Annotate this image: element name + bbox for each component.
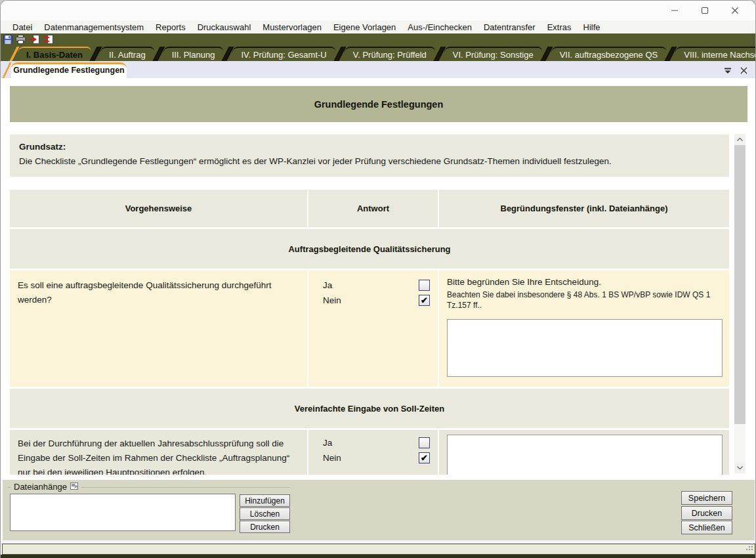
menu-eigene-vorlagen[interactable]: Eigene Vorlagen (327, 22, 402, 32)
tab-planung[interactable]: III. Planung (163, 47, 224, 61)
print-icon[interactable] (16, 35, 26, 44)
reason-cell-qs: Bitte begründen Sie Ihre Entscheidung. B… (439, 270, 729, 387)
minimize-button[interactable] (660, 1, 690, 20)
nein-checkbox[interactable]: ✔ (419, 452, 430, 463)
page-title: Grundlegende Festlegungen (10, 86, 747, 122)
answer-cell-qs: Ja Nein ✔ (308, 270, 438, 387)
checkin-icon[interactable] (29, 35, 39, 44)
tab-pruefung-prueffeld[interactable]: V. Prüfung: Prüffeld (345, 47, 435, 61)
question-cell-soll-zeiten: Bei der Durchführung der aktuellen Jahre… (10, 430, 307, 475)
scrollbar-thumb[interactable] (734, 145, 746, 424)
ja-label: Ja (323, 280, 332, 290)
menu-datentransfer[interactable]: Datentransfer (478, 22, 541, 32)
close-button[interactable] (720, 1, 750, 20)
drucken-attachment-button[interactable]: Drucken (240, 521, 290, 533)
collapse-tablist-icon[interactable] (724, 65, 732, 77)
main-tab-bar: I. Basis-Daten II. Auftrag III. Planung … (1, 45, 755, 61)
question-cell-qs: Es soll eine auftragsbegleitende Qualitä… (10, 270, 307, 387)
nein-label: Nein (323, 453, 341, 463)
speichern-button[interactable]: Speichern (681, 491, 732, 505)
scroll-down-icon[interactable] (734, 462, 746, 473)
attachments-listbox[interactable] (10, 494, 236, 531)
section-heading-soll-zeiten: Vereinfachte Eingabe von Soll-Zeiten (10, 389, 729, 428)
grundsatz-panel: Grundsatz: Die Checkliste „Grundlegende … (10, 135, 729, 177)
tab-pruefung-sonstige[interactable]: VI. Prüfung: Sonstige (444, 47, 542, 61)
menu-hilfe[interactable]: Hilfe (578, 22, 606, 32)
scroll-up-icon[interactable] (734, 134, 746, 145)
menu-reports[interactable]: Reports (150, 22, 192, 32)
menu-datenmanagementsystem[interactable]: Datenmanagementsystem (38, 22, 150, 32)
column-header-vorgehensweise: Vorgehensweise (10, 190, 307, 227)
tab-basis-daten[interactable]: I. Basis-Daten (18, 47, 91, 61)
resize-grip-icon[interactable] (746, 542, 753, 553)
column-header-antwort: Antwort (308, 190, 438, 227)
subtab-grundlegende-festlegungen[interactable]: Grundlegende Festlegungen (11, 62, 127, 78)
attachments-panel: Dateianhänge Hinzufügen Löschen Drucken … (3, 480, 755, 540)
close-subtab-icon[interactable] (740, 65, 747, 77)
reason-textarea-soll-zeiten[interactable] (447, 435, 723, 475)
menu-bar: Datei Datenmanagementsystem Reports Druc… (1, 20, 755, 33)
vertical-scrollbar[interactable] (734, 134, 746, 473)
maximize-button[interactable] (690, 1, 720, 20)
checklist-content: Grundlegende Festlegungen Grundsatz: Die… (1, 78, 755, 480)
schliessen-button[interactable]: Schließen (681, 521, 732, 534)
title-bar (1, 1, 755, 20)
tab-auftragsbezogene-qs[interactable]: VII. auftragsbezogene QS (551, 47, 667, 61)
tab-interne-nachschau[interactable]: VIII. interne Nachschau (675, 47, 756, 61)
reason-textarea-qs[interactable] (447, 319, 723, 377)
application-window: Datei Datenmanagementsystem Reports Druc… (0, 0, 756, 558)
menu-mustervorlagen[interactable]: Mustervorlagen (257, 22, 327, 32)
grundsatz-text: Die Checkliste „Grundlegende Festlegunge… (19, 156, 720, 166)
menu-druckauswahl[interactable]: Druckauswahl (192, 22, 257, 32)
ja-checkbox[interactable] (419, 437, 430, 448)
tab-pruefung-gesamt-u[interactable]: IV. Prüfung: Gesamt-U (232, 47, 335, 61)
nein-checkbox[interactable]: ✔ (419, 295, 430, 306)
hinzufuegen-button[interactable]: Hinzufügen (240, 494, 290, 507)
section-heading-qualitaetssicherung: Auftragsbegleitende Qualitätssicherung (10, 229, 729, 268)
grundsatz-label: Grundsatz: (19, 142, 720, 152)
menu-aus-einchecken[interactable]: Aus-/Einchecken (402, 22, 478, 32)
window-controls (660, 1, 750, 20)
reason-note: Beachten Sie dabei insbesondere § 48 Abs… (447, 290, 721, 311)
ja-checkbox[interactable] (419, 280, 430, 291)
tab-auftrag[interactable]: II. Auftrag (100, 47, 154, 61)
drucken-button[interactable]: Drucken (681, 506, 732, 520)
reason-title: Bitte begründen Sie Ihre Entscheidung. (447, 277, 721, 287)
checkout-icon[interactable] (43, 35, 53, 44)
save-icon[interactable] (3, 35, 12, 44)
reason-cell-soll-zeiten (439, 430, 729, 475)
toolbar (1, 33, 755, 45)
column-header-begruendungsfenster: Begründungsfenster (inkl. Dateianhänge) (439, 190, 729, 227)
popup-window-icon[interactable] (70, 482, 78, 492)
attachments-label: Dateianhänge (14, 482, 67, 492)
question-text-soll-zeiten: Bei der Durchführung der aktuellen Jahre… (10, 430, 307, 475)
sub-tab-bar: Grundlegende Festlegungen (1, 61, 755, 78)
ja-label: Ja (323, 438, 332, 448)
question-text-qs: Es soll eine auftragsbegleitende Qualitä… (10, 270, 307, 315)
menu-datei[interactable]: Datei (7, 22, 38, 32)
status-bar (2, 544, 755, 555)
window-bottom-edge (1, 555, 755, 558)
loeschen-button[interactable]: Löschen (240, 507, 290, 520)
menu-extras[interactable]: Extras (541, 22, 578, 32)
nein-label: Nein (323, 295, 341, 305)
answer-cell-soll-zeiten: Ja Nein ✔ (308, 430, 438, 475)
